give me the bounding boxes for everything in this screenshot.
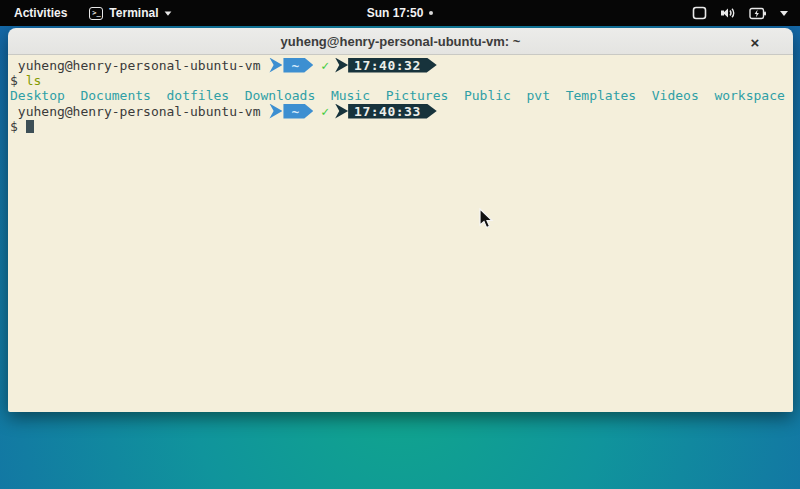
ls-output: DesktopDocumentsdotfilesDownloadsMusicPi… bbox=[10, 88, 791, 103]
prompt-path-segment: ~ bbox=[283, 58, 313, 73]
prompt-line: yuheng@henry-personal-ubuntu-vm ~ ✓ 17:4… bbox=[10, 57, 791, 73]
directory-item: pvt bbox=[527, 88, 550, 103]
prompt-user-host: yuheng@henry-personal-ubuntu-vm bbox=[10, 58, 260, 73]
terminal-screen[interactable]: yuheng@henry-personal-ubuntu-vm ~ ✓ 17:4… bbox=[8, 55, 793, 412]
battery-charging-icon bbox=[749, 7, 767, 20]
system-chevron-icon bbox=[780, 11, 788, 16]
input-line: $ bbox=[10, 119, 791, 134]
prompt-time-segment: 17:40:33 bbox=[348, 104, 437, 119]
display-icon bbox=[692, 6, 707, 20]
system-menu[interactable] bbox=[692, 6, 800, 20]
clock[interactable]: Sun 17:50 bbox=[367, 6, 424, 20]
mouse-pointer-icon bbox=[479, 208, 495, 230]
prompt-user-host: yuheng@henry-personal-ubuntu-vm bbox=[10, 104, 260, 119]
powerline-chevron-icon bbox=[269, 104, 282, 119]
window-title: yuheng@henry-personal-ubuntu-vm: ~ bbox=[281, 34, 521, 49]
app-menu[interactable]: >_ Terminal bbox=[89, 6, 172, 20]
volume-icon bbox=[720, 6, 736, 20]
top-panel: Activities >_ Terminal Sun 17:50 bbox=[0, 0, 800, 26]
terminal-cursor bbox=[26, 120, 34, 133]
typed-command: ls bbox=[26, 73, 42, 88]
check-icon: ✓ bbox=[321, 104, 329, 119]
directory-item: Desktop bbox=[10, 88, 65, 103]
chevron-down-icon bbox=[165, 11, 172, 15]
activities-button[interactable]: Activities bbox=[10, 4, 71, 22]
directory-item: Downloads bbox=[245, 88, 315, 103]
command-line: $ ls bbox=[10, 73, 791, 88]
terminal-window: yuheng@henry-personal-ubuntu-vm: ~ × yuh… bbox=[8, 28, 793, 412]
prompt-path-segment: ~ bbox=[283, 104, 313, 119]
directory-item: Public bbox=[464, 88, 511, 103]
prompt-line: yuheng@henry-personal-ubuntu-vm ~ ✓ 17:4… bbox=[10, 103, 791, 119]
close-icon[interactable]: × bbox=[745, 32, 765, 52]
directory-item: Pictures bbox=[386, 88, 449, 103]
directory-item: Documents bbox=[80, 88, 150, 103]
directory-item: Videos bbox=[652, 88, 699, 103]
directory-item: workspace bbox=[714, 88, 784, 103]
notification-dot-icon bbox=[429, 11, 433, 15]
directory-item: Music bbox=[331, 88, 370, 103]
window-titlebar[interactable]: yuheng@henry-personal-ubuntu-vm: ~ × bbox=[8, 28, 793, 55]
app-menu-label: Terminal bbox=[109, 6, 158, 20]
prompt-time-segment: 17:40:32 bbox=[348, 58, 437, 73]
prompt-dollar: $ bbox=[10, 73, 18, 88]
terminal-app-icon: >_ bbox=[89, 7, 103, 20]
powerline-chevron-icon bbox=[335, 58, 348, 73]
prompt-dollar: $ bbox=[10, 119, 18, 134]
directory-item: dotfiles bbox=[167, 88, 230, 103]
directory-item: Templates bbox=[566, 88, 636, 103]
check-icon: ✓ bbox=[321, 58, 329, 73]
powerline-chevron-icon bbox=[335, 104, 348, 119]
powerline-chevron-icon bbox=[269, 58, 282, 73]
